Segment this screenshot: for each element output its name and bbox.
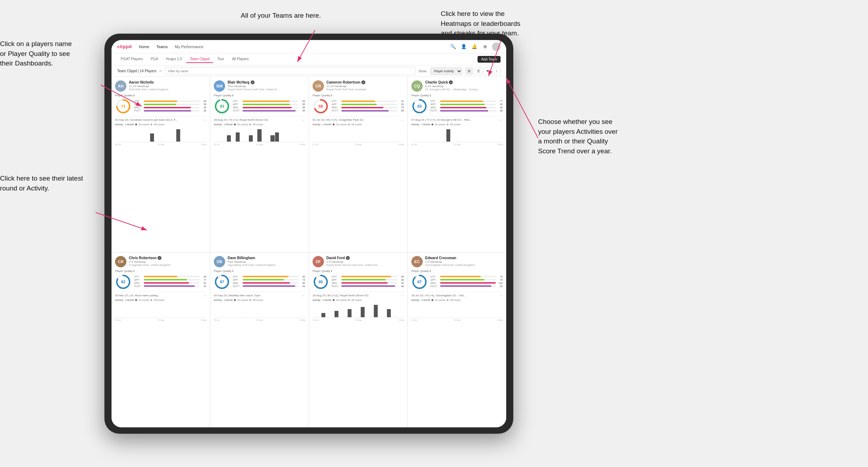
quality-section[interactable]: 68 OTT 61 APP 63 ARG [313,98,404,114]
activity-header: Activity · 1 Month On course Off course [214,299,305,301]
recent-round[interactable]: 02 Sep 23 | Sundown round to get back in… [115,116,206,122]
grid-view-icon[interactable]: ⊞ [465,67,473,75]
chart-bar [257,317,261,317]
quality-section[interactable]: 83 OTT 77 APP 80 ARG [411,98,503,114]
player-name[interactable]: Edward Crossman [425,256,503,260]
app-stat: APP 74 [233,279,305,281]
recent-round[interactable]: 07 Aug 23 | 77 (+7), St George's Hill GC… [411,116,503,122]
recent-round[interactable]: 18 Jul 23 | 74 (+4), Sunningdale GC - Ol… [411,292,503,297]
on-course-dot [432,124,433,125]
on-course-dot [234,299,236,301]
player-grid: AN Aaron Nicholls 11-15 Handicap Drift G… [112,77,506,427]
subnav-pga[interactable]: PGA [147,56,161,63]
sort-icon[interactable]: ↕ [493,67,501,75]
avatar[interactable]: BM [214,80,225,92]
chart-bar [330,317,334,317]
quality-section[interactable]: 93 OTT 84 APP 85 ARG [214,98,305,114]
putt-stat: PUTT 85 [332,109,404,112]
recent-round[interactable]: 03 Mar 23 | 19, Must make putting → [115,292,206,297]
user-icon[interactable]: 👤 [460,43,467,50]
chart-bar [468,317,472,317]
chart-bar [194,317,198,317]
search-icon[interactable]: 🔍 [450,43,457,50]
avatar[interactable]: DB [214,256,225,267]
show-select[interactable]: Player Activity Quality Trend [430,67,462,75]
avatar[interactable]: CR [313,80,324,92]
recent-round[interactable]: 04 Sep 23 | Mobility with coach, Gym → [214,292,305,297]
player-header: CR Cameron Robertson ✓ 11-15 Handicap Ro… [313,80,404,92]
player-club: Royal Perth Golf Club, Australia [326,88,404,91]
activity-header: Activity · 1 Month On course Off course [411,299,503,301]
chart-bar [223,317,227,317]
avatar[interactable]: EC [411,256,423,267]
player-name[interactable]: Dave Billingham [228,256,305,260]
avatar[interactable]: CQ [411,80,423,92]
edit-icon[interactable]: ✏ [159,69,162,73]
player-name[interactable]: Charlie Quick ✓ [425,80,503,84]
quality-section[interactable]: 74 OTT 60 APP 58 ARG [115,98,206,114]
chart-bar [400,141,404,142]
player-club: Drift Golf Club, United Kingdom [129,88,206,91]
arg-stat: ARG 88 [233,106,305,109]
quality-section[interactable]: 87 OTT 73 APP 79 ARG [411,274,503,290]
quality-section[interactable]: 87 OTT 82 APP 74 ARG [214,274,305,290]
avatar[interactable]: AN [115,80,126,92]
chart-bar [137,317,141,317]
activity-header: Activity · 1 Month On course Off course [313,299,404,301]
chart-bar [356,317,360,317]
chart-bar [194,141,198,142]
chart-bar [442,317,446,317]
chart-bar [473,141,476,142]
subnav-tour[interactable]: Tour [214,56,228,63]
recent-round[interactable]: 02 Jul 23 | 59 (+17), Craigmillar Park G… [313,116,404,122]
subnav-all-players[interactable]: All Players [228,56,252,63]
chart-bar [297,141,301,142]
player-name[interactable]: Blair McHarg ✓ [228,80,305,84]
chart-bar [249,135,253,142]
chart-bar [244,141,248,142]
player-name[interactable]: Cameron Robertson ✓ [326,80,404,84]
avatar[interactable]: DF [313,256,324,267]
avatar[interactable]: CR [115,256,126,267]
chart-bar [481,317,485,317]
subnav-team-clippd[interactable]: Team Clippd [186,56,213,63]
quality-label: Player Quality ℹ [115,269,206,273]
chart-bar [468,141,472,142]
nav-home[interactable]: Home [139,45,149,49]
recent-round[interactable]: 26 Aug 23 | 84 (+12), Royal North Devon … [313,292,404,297]
settings-icon[interactable]: ⊕ [481,43,489,50]
quality-section[interactable]: 82 OTT 60 APP 77 ARG [115,274,206,290]
off-course-dot [150,299,152,301]
chart-bar [374,305,378,317]
verified-badge: ✓ [361,80,365,84]
app-stat: APP 80 [430,103,503,106]
avatar[interactable] [492,42,501,51]
chart-bar [249,317,253,317]
chart-bar [137,141,141,142]
player-handicap: 1-5 Handicap [425,260,503,263]
player-name[interactable]: David Ford ✓ [326,256,404,260]
off-course-dot [447,124,449,125]
chart-bar [490,141,494,142]
app-stat: APP 77 [134,279,206,281]
recent-round[interactable]: 26 Aug 23 | 73 (+1), Royal North Devon G… [214,116,305,122]
chart-bar [257,129,261,142]
player-club: Sag Maing Golf Club, United Kingdom [228,263,305,267]
player-header: EC Edward Crossman 1-5 Handicap Sunningd… [411,256,503,267]
chart-bar [343,317,347,317]
nav-performance[interactable]: My Performance [175,45,204,49]
bell-icon[interactable]: 🔔 [471,43,478,50]
verified-badge: ✓ [251,80,255,84]
player-info: David Ford ✓ 1-5 Handicap Royal North De… [326,256,404,267]
player-name[interactable]: Aaron Nicholls [129,80,206,84]
ipad-screen: clippd Home Teams My Performance 🔍 👤 🔔 ⊕… [112,40,506,427]
list-view-icon[interactable]: ☰ [474,67,482,75]
subnav-pgat[interactable]: PGAT Players [117,56,146,63]
subnav-hcaps[interactable]: Hcaps 1-5 [162,56,186,63]
player-name[interactable]: Chris Robertson ✓ [129,256,206,260]
filter-icon[interactable]: ▼ [484,67,491,75]
search-input[interactable] [165,67,416,75]
add-team-button[interactable]: Add Team [478,56,501,63]
quality-section[interactable]: 85 OTT 89 APP 80 ARG [313,274,404,290]
nav-teams[interactable]: Teams [156,45,168,49]
